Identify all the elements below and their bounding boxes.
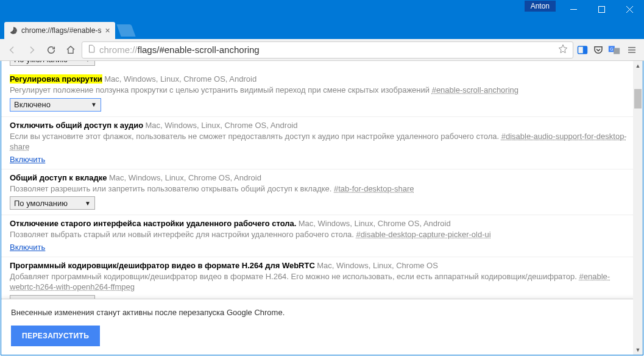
flag-select-partial[interactable]: По умолчанию▼ xyxy=(10,61,95,66)
flag-enable-link[interactable]: Включить xyxy=(10,243,45,252)
browser-tab[interactable]: chrome://flags/#enable-s × xyxy=(4,22,115,39)
new-tab-button[interactable] xyxy=(116,24,135,37)
flag-platforms: Mac, Windows, Linux, Chrome OS, Android xyxy=(299,219,451,228)
browser-toolbar: chrome://flags/#enable-scroll-anchoring … xyxy=(0,39,644,61)
tab-title: chrome://flags/#enable-s xyxy=(21,26,101,35)
svg-rect-1 xyxy=(598,6,604,12)
menu-button[interactable] xyxy=(623,41,640,59)
svg-text:G: G xyxy=(610,46,613,51)
restart-bar: Внесенные изменения станут активны после… xyxy=(1,299,643,355)
flag-hash-link[interactable]: #disable-desktop-capture-picker-old-ui xyxy=(356,230,491,239)
flag-title: Отключение старого интерфейса настройки … xyxy=(10,219,296,228)
user-badge[interactable]: Anton xyxy=(525,1,556,12)
forward-button[interactable] xyxy=(23,41,40,59)
flag-select[interactable]: По умолчанию▼ xyxy=(10,196,95,210)
window-maximize-button[interactable] xyxy=(587,1,615,18)
tab-close-button[interactable]: × xyxy=(105,26,110,35)
scroll-up-arrow[interactable]: ▲ xyxy=(633,61,643,71)
radiation-icon xyxy=(9,26,18,35)
flag-platforms: Mac, Windows, Linux, Chrome OS, Android xyxy=(145,121,297,130)
restart-message: Внесенные изменения станут активны после… xyxy=(11,308,633,317)
flag-description: Регулирует положение ползунка прокрутки … xyxy=(10,85,634,96)
flag-description: Добавляет программный кодировщик/дешифра… xyxy=(10,271,634,293)
flag-select-value: По умолчанию xyxy=(14,199,68,208)
restart-button[interactable]: ПЕРЕЗАПУСТИТЬ xyxy=(11,326,100,346)
window-minimize-button[interactable] xyxy=(559,1,587,18)
home-button[interactable] xyxy=(62,41,79,59)
url-text: chrome://flags/#enable-scroll-anchoring xyxy=(99,44,554,55)
flag-platforms: Mac, Windows, Linux, Chrome OS, Android xyxy=(109,173,261,182)
chevron-down-icon: ▼ xyxy=(85,61,91,63)
chevron-down-icon: ▼ xyxy=(85,200,91,207)
svg-rect-6 xyxy=(583,46,587,54)
flag-title: Отключить общий доступ к аудио xyxy=(10,121,143,130)
flag-platforms: Mac, Windows, Linux, Chrome OS xyxy=(317,261,438,270)
flag-title: Регулировка прокрутки xyxy=(10,74,102,84)
flag-platforms: Mac, Windows, Linux, Chrome OS, Android xyxy=(104,74,257,84)
flag-hash-link[interactable]: #enable-webrtc-h264-with-openh264-ffmpeg xyxy=(10,272,610,292)
pocket-extension-icon[interactable] xyxy=(592,43,605,57)
flag-item: Общий доступ к вкладке Mac, Windows, Lin… xyxy=(1,169,643,215)
window-close-button[interactable] xyxy=(615,1,643,18)
tab-strip: chrome://flags/#enable-s × xyxy=(0,17,644,39)
flag-description: Если вы установите этот флажок, пользова… xyxy=(10,131,634,152)
bookmark-star-icon[interactable] xyxy=(558,44,568,55)
svg-rect-8 xyxy=(614,48,620,54)
scroll-thumb[interactable] xyxy=(634,89,642,109)
flag-select-value: Включено xyxy=(14,100,51,109)
vertical-scrollbar[interactable]: ▲ ▼ xyxy=(633,61,643,355)
flag-hash-link[interactable]: #disable-audio-support-for-desktop-share xyxy=(10,132,627,152)
flag-enable-link[interactable]: Включить xyxy=(10,155,45,164)
address-bar[interactable]: chrome://flags/#enable-scroll-anchoring xyxy=(82,41,573,59)
scroll-down-arrow[interactable]: ▼ xyxy=(633,345,643,355)
flag-hash-link[interactable]: #tab-for-desktop-share xyxy=(334,184,414,193)
chevron-down-icon: ▼ xyxy=(91,101,97,108)
flag-hash-link[interactable]: #enable-scroll-anchoring xyxy=(432,85,518,94)
flag-item: Регулировка прокрутки Mac, Windows, Linu… xyxy=(1,71,643,116)
flag-description: Позволяет разрешить или запретить пользо… xyxy=(10,183,634,194)
flag-title: Общий доступ к вкладке xyxy=(10,173,107,182)
translate-extension-icon[interactable]: G xyxy=(607,43,621,57)
flag-item: Отключение старого интерфейса настройки … xyxy=(1,215,643,257)
flag-item: Отключить общий доступ к аудио Mac, Wind… xyxy=(1,116,643,169)
flag-title: Программный кодировщик/дешифратор видео … xyxy=(10,261,315,270)
panel-extension-icon[interactable] xyxy=(576,43,589,57)
flag-select[interactable]: Включено▼ xyxy=(10,98,101,112)
back-button[interactable] xyxy=(4,41,21,59)
window-titlebar: Anton xyxy=(0,0,644,17)
file-icon xyxy=(87,44,96,55)
page-content: По умолчанию▼ Регулировка прокрутки Mac,… xyxy=(1,61,643,355)
flag-description: Позволяет выбрать старый или новый интер… xyxy=(10,229,634,240)
reload-button[interactable] xyxy=(43,41,60,59)
